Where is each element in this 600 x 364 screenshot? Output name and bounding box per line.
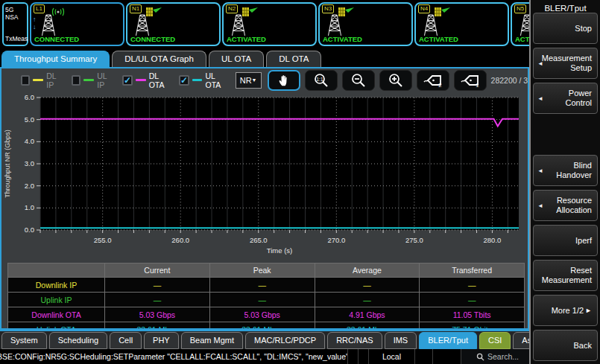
- table-cell: —: [315, 278, 420, 293]
- zoom-out-button[interactable]: [342, 70, 375, 91]
- legend-checkbox[interactable]: [21, 75, 30, 86]
- table-row: Uplink IP————: [8, 293, 525, 307]
- svg-text:270.0: 270.0: [327, 236, 345, 244]
- svg-text:6.0: 6.0: [25, 93, 34, 101]
- legend-checkbox[interactable]: [72, 75, 80, 86]
- measurement-setup-button[interactable]: ◄Measurement Setup: [533, 48, 598, 79]
- function-tab-scheduling[interactable]: Scheduling: [49, 332, 107, 349]
- beam-icon: [441, 7, 450, 13]
- status-cell: [347, 349, 358, 364]
- table-cell: 33.61 Mbps: [315, 322, 420, 331]
- reset-measurement-button[interactable]: Reset Measurement: [533, 260, 598, 291]
- tab-dl-ul-ota-graph[interactable]: DL/UL OTA Graph: [112, 51, 206, 67]
- pan-hand-icon: [277, 74, 291, 87]
- col-header: [8, 264, 105, 278]
- y-axis-label: Throughput NR (Gbps): [4, 130, 11, 198]
- col-header: Current: [105, 264, 210, 278]
- cell-status: CONNECTED: [34, 35, 79, 43]
- zoom-region-1-icon: 1: [460, 73, 481, 88]
- table-cell: 33.61 Mbps: [209, 322, 315, 331]
- svg-text:3.0: 3.0: [25, 159, 34, 167]
- function-tab-phy[interactable]: PHY: [144, 332, 179, 349]
- blind-handover-button[interactable]: ◄Blind Handover: [533, 155, 598, 186]
- svg-text:0.0: 0.0: [25, 226, 34, 234]
- cell-box-l1[interactable]: L1↑↓CONNECTED: [30, 2, 124, 46]
- rat-select[interactable]: NR ▼: [236, 72, 262, 89]
- cell-box-n1[interactable]: N1CONNECTED: [126, 2, 221, 46]
- throughput-table: CurrentPeakAverageTransferredDownlink IP…: [7, 263, 525, 330]
- legend-checkbox[interactable]: ✓: [122, 75, 133, 86]
- status-cell: [414, 349, 432, 364]
- zoom-out-icon: [350, 73, 367, 88]
- cell-id-badge: N2: [226, 4, 238, 13]
- cell-tower-icon: [518, 13, 529, 37]
- ul-dl-arrows-icon: ↑↓: [33, 16, 37, 31]
- zoom-1-1-button[interactable]: 1:1: [305, 70, 338, 91]
- search-icon: [476, 353, 484, 361]
- tab-throughput-summary[interactable]: Throughput Summary: [1, 51, 110, 67]
- throughput-chart[interactable]: 0.01.02.03.04.05.06.0255.0260.0265.0270.…: [1, 92, 528, 260]
- scpi-command-text: BSE:CONFig:NR5G:SCHeduling:SETParameter …: [0, 349, 347, 364]
- search-input[interactable]: Search...: [461, 349, 529, 364]
- zoom-region-1-button[interactable]: 1: [454, 70, 487, 91]
- table-cell: 5.03 Gbps: [105, 307, 210, 322]
- zoom-in-button[interactable]: [379, 70, 412, 91]
- cell-id-badge: N1: [130, 4, 142, 13]
- local-button[interactable]: Local: [368, 349, 414, 364]
- function-tab-rrc-nas[interactable]: RRC/NAS: [327, 332, 382, 349]
- cell-box-n3[interactable]: N3ACTIVATED: [318, 2, 413, 46]
- table-cell: —: [105, 293, 210, 307]
- function-tab-system[interactable]: System: [1, 332, 47, 349]
- function-tabs: SystemSchedulingCellPHYBeam MgmtMAC/RLC/…: [0, 330, 529, 349]
- beam-icon: [153, 7, 162, 13]
- function-tab-bler-tput[interactable]: BLER/Tput: [419, 332, 477, 349]
- svg-text:275.0: 275.0: [405, 236, 423, 244]
- antenna-panel-icon: [338, 7, 356, 17]
- stop-button[interactable]: Stop: [533, 13, 598, 44]
- antenna-panel-icon: [241, 7, 259, 17]
- softkey-label: Measurement Setup: [542, 54, 592, 73]
- cell-status: ACTIVATED: [515, 35, 529, 43]
- resource-allocation-button[interactable]: ◄Resource Allocation: [533, 190, 598, 221]
- iperf-button[interactable]: Iperf: [533, 225, 598, 256]
- table-row: Uplink OTA33.61 Mbps33.61 Mbps33.61 Mbps…: [8, 322, 525, 331]
- table-cell: 33.61 Mbps: [105, 322, 210, 331]
- function-tab-mac-rlc-pdcp[interactable]: MAC/RLC/PDCP: [245, 332, 325, 349]
- svg-text:4.0: 4.0: [25, 137, 34, 145]
- power-control-button[interactable]: ◄Power Control: [533, 83, 598, 114]
- table-row: Downlink OTA5.03 Gbps5.03 Gbps4.91 Gbps1…: [8, 307, 525, 322]
- function-tab-beam-mgmt[interactable]: Beam Mgmt: [181, 332, 243, 349]
- legend-checkbox[interactable]: ✓: [179, 75, 189, 86]
- function-tab-cell[interactable]: Cell: [110, 332, 142, 349]
- flyout-arrow-icon: ◄: [537, 94, 543, 103]
- zoom-region-2-button[interactable]: 2: [417, 70, 449, 91]
- cell-box-n2[interactable]: N2ACTIVATED: [222, 2, 317, 46]
- meas-label: TxMeas: [5, 35, 25, 42]
- cell-box-n5[interactable]: N5ACTIVATED: [511, 2, 529, 46]
- col-header: Transferred: [420, 264, 525, 278]
- table-cell: 75.71 Gbits: [420, 322, 525, 331]
- more-1-2-button[interactable]: More 1/2►: [533, 295, 598, 326]
- flyout-arrow-icon: ◄: [537, 201, 543, 211]
- function-tab-ims[interactable]: IMS: [385, 332, 417, 349]
- table-cell: —: [105, 278, 210, 293]
- status-bar: BSE:CONFig:NR5G:SCHeduling:SETParameter …: [0, 349, 529, 364]
- pan-hand-button[interactable]: [268, 70, 300, 91]
- table-cell: 11.05 Tbits: [420, 307, 525, 322]
- cell-id-badge: L1: [34, 4, 45, 13]
- back-button[interactable]: Back: [533, 330, 598, 361]
- cell-box-n4[interactable]: N4ACTIVATED: [414, 2, 509, 46]
- softkey-label: Iperf: [575, 236, 592, 246]
- flyout-arrow-icon: ◄: [537, 59, 543, 68]
- tab-ul-ota[interactable]: UL OTA: [209, 51, 264, 67]
- status-cell: [358, 349, 368, 364]
- cell-status: ACTIVATED: [227, 35, 266, 43]
- function-tab-csi[interactable]: CSI: [479, 332, 511, 349]
- table-row: Downlink IP————: [8, 278, 525, 293]
- flyout-arrow-icon: ◄: [537, 166, 543, 176]
- cell-status-bar: 5G NSA TxMeas L1↑↓CONNECTEDN1CONNECTEDN2…: [0, 0, 529, 48]
- rat-select-value: NR: [240, 76, 252, 85]
- tab-dl-ota[interactable]: DL OTA: [266, 51, 321, 67]
- table-cell: 4.91 Gbps: [315, 307, 420, 322]
- cell-status: ACTIVATED: [323, 35, 362, 43]
